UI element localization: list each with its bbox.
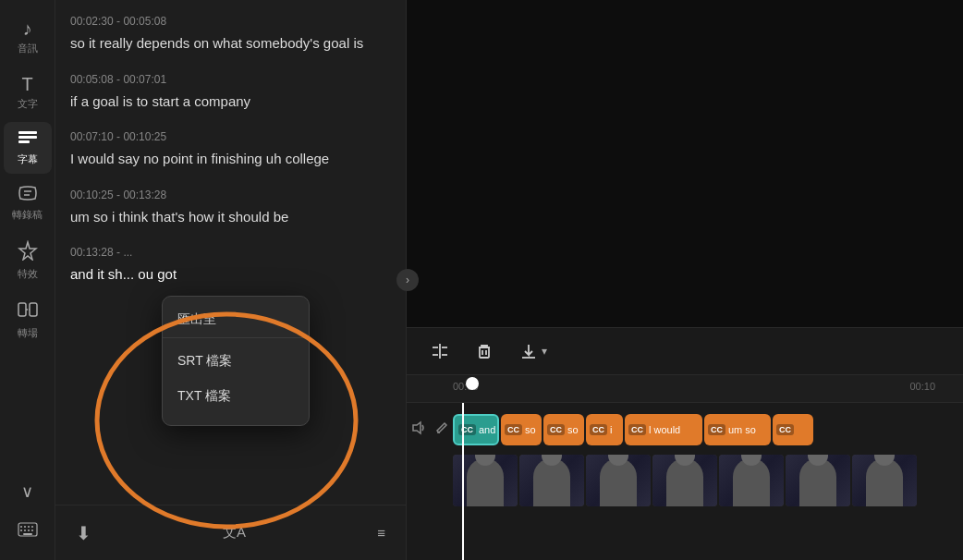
subtitle-item-4[interactable]: 00:10:25 - 00:13:28 um so i think that's… bbox=[70, 189, 391, 228]
subtitle-text-5: and it sh... ou got bbox=[70, 264, 391, 286]
delete-button[interactable] bbox=[469, 336, 499, 366]
subtitle-item-2[interactable]: 00:05:08 - 00:07:01 if a goal is to star… bbox=[70, 73, 391, 113]
subtitle-track-row: CC and CC so CC so bbox=[407, 407, 963, 453]
translate-button[interactable]: 文A bbox=[217, 518, 251, 547]
chip-label-i: i bbox=[610, 424, 612, 435]
svg-rect-0 bbox=[18, 131, 37, 134]
chip-and[interactable]: CC and bbox=[453, 414, 499, 445]
sidebar-item-keyboard[interactable] bbox=[4, 513, 52, 549]
subtitle-time-1: 00:02:30 - 00:05:08 bbox=[70, 15, 391, 28]
subtitle-list: 00:02:30 - 00:05:08 so it really depends… bbox=[55, 0, 406, 560]
chip-label-umso: um so bbox=[728, 424, 756, 435]
sidebar-item-transition[interactable]: 轉場 bbox=[4, 292, 52, 347]
person-silhouette-6 bbox=[799, 458, 836, 506]
subtitle-time-5: 00:13:28 - ... bbox=[70, 246, 391, 259]
thumb-person-5 bbox=[719, 455, 784, 506]
person-silhouette-1 bbox=[467, 458, 504, 506]
video-track-content bbox=[453, 455, 963, 510]
sidebar-item-subtitle[interactable]: 字幕 bbox=[4, 122, 52, 174]
svg-rect-1 bbox=[18, 136, 37, 139]
subtitle-settings-button[interactable]: ≡ bbox=[372, 519, 391, 546]
subtitle-panel: 00:02:30 - 00:05:08 so it really depends… bbox=[55, 0, 407, 560]
chip-label-would: l would bbox=[649, 424, 680, 435]
person-silhouette-5 bbox=[733, 458, 770, 506]
video-thumbnails bbox=[453, 455, 963, 510]
video-thumb-3 bbox=[586, 455, 651, 506]
download-chevron: ▾ bbox=[542, 345, 547, 358]
timeline-toolbar: ▾ bbox=[407, 327, 963, 375]
music-icon: ♪ bbox=[23, 18, 32, 40]
cc-icon-i: CC bbox=[590, 424, 607, 435]
subtitle-text-1: so it really depends on what somebody's … bbox=[70, 33, 391, 55]
cc-icon-would: CC bbox=[628, 424, 646, 435]
sidebar-label-transcript: 轉錄稿 bbox=[12, 208, 43, 222]
cc-icon-more: CC bbox=[776, 424, 794, 435]
subtitle-icon bbox=[18, 129, 38, 151]
context-menu-item-srt[interactable]: SRT 檔案 bbox=[163, 344, 309, 379]
thumb-person-3 bbox=[586, 455, 651, 506]
subtitle-text-3: I would say no point in finishing uh col… bbox=[70, 149, 391, 170]
sidebar-label-effects: 特效 bbox=[18, 267, 38, 281]
timeline-ruler: 00:00 00:10 bbox=[407, 375, 963, 403]
collapse-panel-button[interactable]: › bbox=[396, 269, 419, 291]
subtitle-track-edit[interactable] bbox=[433, 420, 450, 440]
person-silhouette-3 bbox=[600, 458, 637, 506]
chip-would[interactable]: CC l would bbox=[625, 414, 702, 445]
download-button[interactable]: ▾ bbox=[514, 336, 553, 366]
video-thumb-7 bbox=[852, 455, 917, 506]
sidebar-item-text[interactable]: T 文字 bbox=[4, 67, 52, 118]
effects-icon bbox=[18, 240, 38, 265]
sidebar-bottom: ∨ bbox=[4, 474, 52, 549]
chip-label-and: and bbox=[479, 424, 495, 435]
split-button[interactable] bbox=[425, 336, 455, 366]
sidebar-item-transcript[interactable]: 轉錄稿 bbox=[4, 177, 52, 229]
subtitle-time-2: 00:05:08 - 00:07:01 bbox=[70, 73, 391, 86]
sidebar-item-more[interactable]: ∨ bbox=[4, 474, 52, 509]
context-menu: 匯出至 SRT 檔案 TXT 檔案 bbox=[162, 296, 310, 426]
video-thumb-5 bbox=[719, 455, 784, 506]
video-thumb-6 bbox=[786, 455, 850, 506]
video-thumb-2 bbox=[519, 455, 584, 506]
subtitle-text-4: um so i think that's how it should be bbox=[70, 207, 391, 228]
subtitle-track-content: CC and CC so CC so bbox=[453, 411, 963, 448]
sidebar-label-text: 文字 bbox=[18, 97, 38, 111]
keyboard-icon bbox=[18, 520, 38, 542]
subtitle-item-5[interactable]: 00:13:28 - ... and it sh... ou got bbox=[70, 246, 391, 286]
cc-icon-so2: CC bbox=[547, 424, 565, 435]
timeline-area: 00:00 00:10 bbox=[407, 375, 963, 560]
download-subtitles-button[interactable]: ⬇ bbox=[70, 517, 97, 550]
svg-rect-2 bbox=[18, 140, 30, 143]
preview-area bbox=[407, 0, 963, 327]
subtitle-text-2: if a goal is to start a company bbox=[70, 91, 391, 113]
svg-rect-6 bbox=[18, 303, 26, 316]
chip-umso[interactable]: CC um so bbox=[704, 414, 771, 445]
subtitle-chips: CC and CC so CC so bbox=[453, 411, 963, 448]
chip-more[interactable]: CC bbox=[773, 414, 813, 445]
context-menu-item-txt[interactable]: TXT 檔案 bbox=[163, 379, 309, 414]
subtitle-item-1[interactable]: 00:02:30 - 00:05:08 so it really depends… bbox=[70, 15, 391, 55]
svg-rect-7 bbox=[30, 303, 37, 316]
chip-so2[interactable]: CC so bbox=[543, 414, 584, 445]
subtitle-time-4: 00:10:25 - 00:13:28 bbox=[70, 189, 391, 201]
subtitle-track-volume[interactable] bbox=[409, 419, 428, 441]
ruler-time-end: 00:10 bbox=[909, 381, 935, 392]
sidebar-item-music[interactable]: ♪ 音訊 bbox=[4, 11, 52, 63]
sidebar-label-music: 音訊 bbox=[18, 42, 38, 55]
text-icon: T bbox=[21, 74, 32, 95]
subtitle-time-3: 00:07:10 - 00:10:25 bbox=[70, 130, 391, 143]
sidebar: ♪ 音訊 T 文字 字幕 轉錄稿 bbox=[0, 0, 55, 560]
video-track-row bbox=[407, 453, 963, 512]
chip-so1[interactable]: CC so bbox=[501, 414, 542, 445]
transition-icon bbox=[18, 299, 38, 324]
sidebar-item-effects[interactable]: 特效 bbox=[4, 233, 52, 288]
thumb-person-6 bbox=[786, 455, 850, 506]
sidebar-label-subtitle: 字幕 bbox=[18, 152, 38, 166]
svg-marker-28 bbox=[413, 422, 421, 433]
svg-rect-24 bbox=[480, 347, 489, 358]
person-silhouette-7 bbox=[866, 458, 903, 506]
subtitle-item-3[interactable]: 00:07:10 - 00:10:25 I would say no point… bbox=[70, 130, 391, 170]
playhead-line bbox=[462, 403, 464, 560]
chip-i[interactable]: CC i bbox=[586, 414, 623, 445]
right-panel: ▾ 00:00 00:10 bbox=[407, 0, 963, 560]
cc-icon-and: CC bbox=[458, 424, 476, 435]
